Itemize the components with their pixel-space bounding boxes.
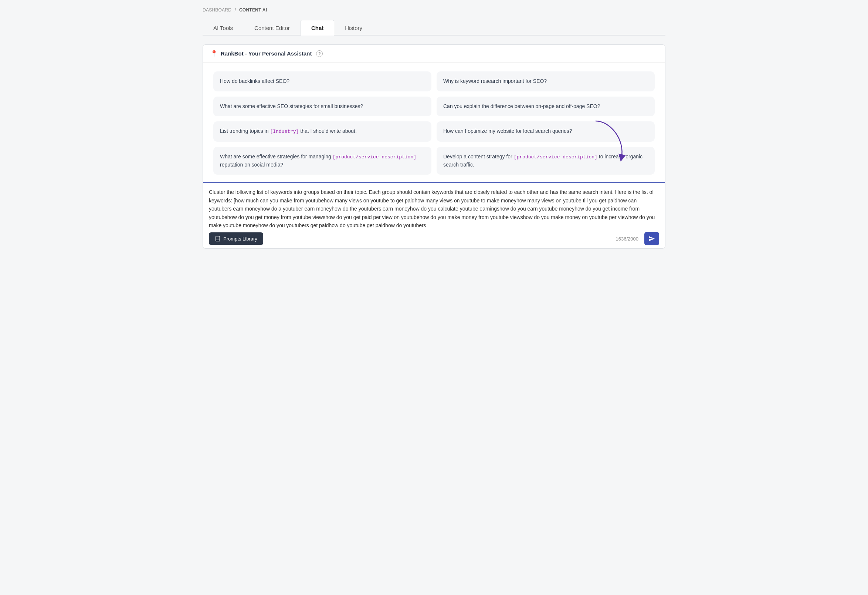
breadcrumb-current: CONTENT AI — [239, 7, 267, 13]
rankbot-header: 📍 RankBot - Your Personal Assistant ? — [203, 45, 665, 62]
char-count: 1636/2000 — [616, 236, 638, 242]
prompt-card-8-wrapper: Develop a content strategy for [product/… — [437, 147, 655, 175]
prompt-text-1: How do backlinks affect SEO? — [220, 78, 289, 84]
prompt-card-2[interactable]: Why is keyword research important for SE… — [437, 71, 655, 92]
char-max-value: 2000 — [628, 236, 638, 242]
prompt-text-7-before: What are some effective strategies for m… — [220, 154, 333, 160]
prompt-highlight-7: [product/service description] — [333, 154, 416, 160]
rankbot-icon: 📍 — [210, 50, 218, 57]
prompts-library-button[interactable]: Prompts Library — [209, 232, 263, 245]
prompt-text-7-after: reputation on social media? — [220, 162, 283, 167]
prompt-highlight-5: [Industry] — [270, 129, 299, 134]
char-count-value: 1636 — [616, 236, 627, 242]
input-area-inner: Cluster the following list of keywords i… — [203, 183, 665, 248]
tab-content-editor[interactable]: Content Editor — [244, 20, 301, 36]
tab-chat[interactable]: Chat — [301, 20, 334, 36]
breadcrumb-root[interactable]: DASHBOARD — [202, 7, 232, 13]
tab-history[interactable]: History — [334, 20, 373, 36]
prompt-text-6: How can I optimize my website for local … — [443, 128, 572, 134]
main-card: 📍 RankBot - Your Personal Assistant ? Ho… — [202, 44, 666, 249]
send-icon — [648, 235, 655, 242]
prompts-library-label: Prompts Library — [223, 236, 257, 242]
prompt-card-8[interactable]: Develop a content strategy for [product/… — [437, 147, 655, 175]
breadcrumb-separator: / — [235, 7, 236, 13]
input-footer: Prompts Library 1636/2000 — [209, 232, 659, 245]
prompt-card-1[interactable]: How do backlinks affect SEO? — [213, 71, 431, 92]
chat-input[interactable]: Cluster the following list of keywords i… — [209, 188, 659, 228]
prompt-card-3[interactable]: What are some effective SEO strategies f… — [213, 96, 431, 117]
prompt-highlight-8: [product/service description] — [514, 154, 597, 160]
send-button[interactable] — [644, 232, 659, 245]
prompt-text-4: Can you explain the difference between o… — [443, 103, 600, 109]
tab-ai-tools[interactable]: AI Tools — [202, 20, 244, 36]
prompt-card-7[interactable]: What are some effective strategies for m… — [213, 147, 431, 175]
right-controls: 1636/2000 — [616, 232, 659, 245]
prompt-text-8-before: Develop a content strategy for — [443, 154, 514, 160]
help-icon[interactable]: ? — [316, 50, 323, 57]
prompt-card-4[interactable]: Can you explain the difference between o… — [437, 96, 655, 117]
tabs-bar: AI Tools Content Editor Chat History — [202, 19, 666, 36]
prompt-text-3: What are some effective SEO strategies f… — [220, 103, 363, 109]
breadcrumb: DASHBOARD / CONTENT AI — [202, 7, 666, 13]
rankbot-title: RankBot - Your Personal Assistant — [221, 50, 311, 56]
prompt-text-5-before: List trending topics in — [220, 128, 270, 134]
book-icon — [215, 236, 221, 242]
prompts-grid: How do backlinks affect SEO? Why is keyw… — [203, 62, 665, 182]
input-area: Cluster the following list of keywords i… — [203, 182, 665, 248]
prompt-text-2: Why is keyword research important for SE… — [443, 78, 547, 84]
prompt-card-6[interactable]: How can I optimize my website for local … — [437, 121, 655, 141]
prompt-card-5[interactable]: List trending topics in [Industry] that … — [213, 121, 431, 141]
prompt-text-5-after: that I should write about. — [299, 128, 356, 134]
